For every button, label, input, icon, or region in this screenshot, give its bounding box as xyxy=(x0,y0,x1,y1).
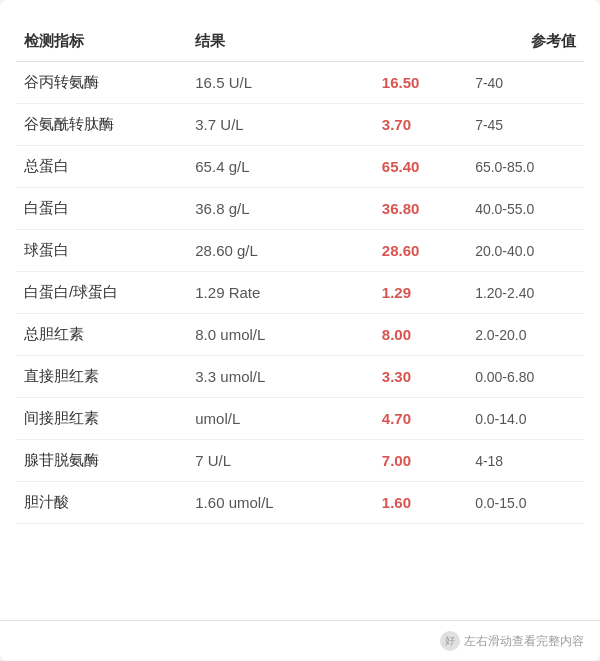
cell-ref: 0.0-15.0 xyxy=(467,482,584,524)
cell-result: 28.60 g/L xyxy=(187,230,374,272)
cell-name: 谷氨酰转肽酶 xyxy=(16,104,187,146)
table-row: 胆汁酸1.60 umol/L1.600.0-15.0 xyxy=(16,482,584,524)
cell-result: 3.7 U/L xyxy=(187,104,374,146)
cell-highlight: 65.40 xyxy=(374,146,467,188)
table-row: 谷氨酰转肽酶3.7 U/L3.707-45 xyxy=(16,104,584,146)
cell-result: 3.3 umol/L xyxy=(187,356,374,398)
table-row: 间接胆红素 umol/L4.700.0-14.0 xyxy=(16,398,584,440)
cell-name: 白蛋白/球蛋白 xyxy=(16,272,187,314)
cell-name: 胆汁酸 xyxy=(16,482,187,524)
cell-result: 36.8 g/L xyxy=(187,188,374,230)
cell-result: 1.60 umol/L xyxy=(187,482,374,524)
header-result: 结果 xyxy=(187,20,374,62)
cell-name: 总胆红素 xyxy=(16,314,187,356)
cell-highlight: 28.60 xyxy=(374,230,467,272)
table-container: 检测指标 结果 参考值 谷丙转氨酶16.5 U/L16.507-40谷氨酰转肽酶… xyxy=(0,20,600,620)
cell-result: 65.4 g/L xyxy=(187,146,374,188)
cell-highlight: 16.50 xyxy=(374,62,467,104)
cell-highlight: 1.60 xyxy=(374,482,467,524)
cell-name: 谷丙转氨酶 xyxy=(16,62,187,104)
cell-highlight: 8.00 xyxy=(374,314,467,356)
cell-ref: 0.0-14.0 xyxy=(467,398,584,440)
table-row: 总蛋白65.4 g/L65.4065.0-85.0 xyxy=(16,146,584,188)
cell-highlight: 7.00 xyxy=(374,440,467,482)
cell-highlight: 4.70 xyxy=(374,398,467,440)
cell-ref: 0.00-6.80 xyxy=(467,356,584,398)
cell-ref: 20.0-40.0 xyxy=(467,230,584,272)
cell-highlight: 1.29 xyxy=(374,272,467,314)
table-row: 腺苷脱氨酶7 U/L7.004-18 xyxy=(16,440,584,482)
table-row: 球蛋白28.60 g/L28.6020.0-40.0 xyxy=(16,230,584,272)
results-table: 检测指标 结果 参考值 谷丙转氨酶16.5 U/L16.507-40谷氨酰转肽酶… xyxy=(16,20,584,524)
cell-name: 总蛋白 xyxy=(16,146,187,188)
header-ref: 参考值 xyxy=(374,20,584,62)
top-spacer xyxy=(0,0,600,20)
footer-bar: 左右滑动查看完整内容 xyxy=(0,620,600,661)
medical-report-card: 检测指标 结果 参考值 谷丙转氨酶16.5 U/L16.507-40谷氨酰转肽酶… xyxy=(0,0,600,661)
footer-hint: 左右滑动查看完整内容 xyxy=(464,633,584,650)
cell-name: 腺苷脱氨酶 xyxy=(16,440,187,482)
cell-ref: 4-18 xyxy=(467,440,584,482)
cell-name: 白蛋白 xyxy=(16,188,187,230)
cell-ref: 40.0-55.0 xyxy=(467,188,584,230)
cell-highlight: 3.30 xyxy=(374,356,467,398)
cell-highlight: 36.80 xyxy=(374,188,467,230)
table-row: 白蛋白36.8 g/L36.8040.0-55.0 xyxy=(16,188,584,230)
watermark-icon xyxy=(440,631,460,651)
table-row: 直接胆红素3.3 umol/L3.300.00-6.80 xyxy=(16,356,584,398)
cell-result: umol/L xyxy=(187,398,374,440)
cell-result: 1.29 Rate xyxy=(187,272,374,314)
cell-highlight: 3.70 xyxy=(374,104,467,146)
cell-ref: 7-45 xyxy=(467,104,584,146)
cell-ref: 2.0-20.0 xyxy=(467,314,584,356)
watermark: 左右滑动查看完整内容 xyxy=(440,631,584,651)
cell-result: 7 U/L xyxy=(187,440,374,482)
cell-result: 8.0 umol/L xyxy=(187,314,374,356)
cell-ref: 65.0-85.0 xyxy=(467,146,584,188)
cell-name: 直接胆红素 xyxy=(16,356,187,398)
table-row: 谷丙转氨酶16.5 U/L16.507-40 xyxy=(16,62,584,104)
cell-ref: 7-40 xyxy=(467,62,584,104)
table-row: 总胆红素8.0 umol/L8.002.0-20.0 xyxy=(16,314,584,356)
table-header-row: 检测指标 结果 参考值 xyxy=(16,20,584,62)
table-row: 白蛋白/球蛋白1.29 Rate1.291.20-2.40 xyxy=(16,272,584,314)
cell-ref: 1.20-2.40 xyxy=(467,272,584,314)
cell-result: 16.5 U/L xyxy=(187,62,374,104)
cell-name: 间接胆红素 xyxy=(16,398,187,440)
header-name: 检测指标 xyxy=(16,20,187,62)
cell-name: 球蛋白 xyxy=(16,230,187,272)
